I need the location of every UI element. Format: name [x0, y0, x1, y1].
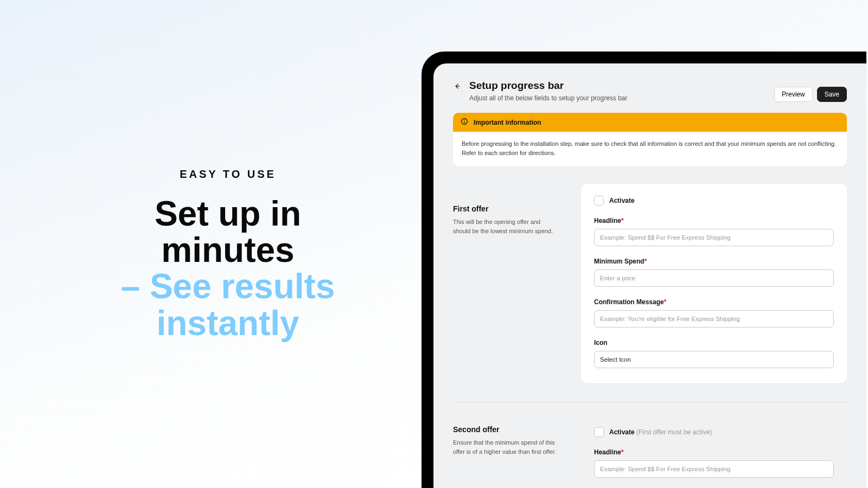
first-confirm-field: Confirmation Message*	[594, 297, 834, 328]
first-icon-select[interactable]: Select Icon	[594, 351, 834, 368]
svg-point-2	[464, 120, 464, 120]
title-block: Setup progress bar Adjust all of the bel…	[453, 80, 628, 102]
first-activate-row: Activate	[594, 196, 834, 206]
marketing-headline: Set up in minutes	[87, 196, 369, 268]
first-headline-field: Headline*	[594, 215, 834, 246]
first-headline-input[interactable]	[594, 229, 834, 246]
first-icon-field: Icon Select Icon	[594, 337, 834, 368]
first-confirm-input[interactable]	[594, 310, 834, 328]
important-alert: Important information Before progressing…	[453, 113, 847, 166]
alert-title: Important information	[474, 119, 541, 126]
second-headline-input[interactable]	[594, 460, 834, 478]
alert-header: Important information	[453, 113, 847, 132]
header-buttons: Preview Save	[774, 87, 847, 102]
first-minspend-field: Minimum Spend*	[594, 256, 834, 287]
page-subtitle: Adjust all of the below fields to setup …	[469, 94, 628, 102]
app-header: Setup progress bar Adjust all of the bel…	[453, 80, 847, 102]
second-activate-note: (First offer must be active)	[636, 428, 712, 436]
first-offer-card: Activate Headline* Minimum Spend* Confir…	[581, 184, 847, 383]
second-headline-label: Headline*	[594, 448, 624, 456]
tablet-frame: Setup progress bar Adjust all of the bel…	[422, 52, 866, 488]
first-confirm-label: Confirmation Message*	[594, 298, 666, 306]
second-headline-field: Headline*	[594, 447, 834, 478]
second-offer-sidebar: Second offer Ensure that the minimum spe…	[453, 415, 566, 488]
marketing-subhead: – See results instantly	[87, 268, 369, 341]
preview-button[interactable]: Preview	[774, 87, 813, 102]
offer-divider	[453, 402, 847, 402]
first-activate-label: Activate	[609, 197, 635, 204]
first-activate-checkbox[interactable]	[594, 196, 604, 206]
eyebrow-text: EASY TO USE	[87, 168, 369, 181]
marketing-copy: EASY TO USE Set up in minutes – See resu…	[87, 168, 369, 342]
second-activate-label: Activate (First offer must be active)	[609, 428, 712, 436]
tablet-screen: Setup progress bar Adjust all of the bel…	[433, 63, 866, 488]
first-minspend-input[interactable]	[594, 269, 834, 287]
info-icon	[461, 118, 468, 127]
second-activate-row: Activate (First offer must be active)	[594, 427, 834, 437]
first-icon-label: Icon	[594, 339, 608, 346]
save-button[interactable]: Save	[817, 87, 847, 102]
back-arrow-icon[interactable]	[453, 82, 462, 91]
marketing-backdrop: EASY TO USE Set up in minutes – See resu…	[0, 0, 868, 488]
second-activate-checkbox[interactable]	[594, 427, 604, 437]
app-root: Setup progress bar Adjust all of the bel…	[433, 63, 866, 488]
alert-body: Before progressing to the installation s…	[453, 132, 847, 166]
first-offer-name: First offer	[453, 204, 566, 213]
first-offer-sidebar: First offer This will be the opening off…	[453, 184, 566, 383]
second-offer-desc: Ensure that the minimum spend of this of…	[453, 438, 556, 456]
first-headline-label: Headline*	[594, 217, 624, 224]
first-offer-row: First offer This will be the opening off…	[453, 184, 847, 383]
first-offer-desc: This will be the opening offer and shoul…	[453, 217, 556, 235]
first-minspend-label: Minimum Spend*	[594, 258, 647, 265]
second-offer-name: Second offer	[453, 425, 566, 434]
page-title: Setup progress bar	[469, 80, 628, 92]
second-offer-card: Activate (First offer must be active) He…	[581, 415, 847, 488]
second-offer-row: Second offer Ensure that the minimum spe…	[453, 415, 847, 488]
